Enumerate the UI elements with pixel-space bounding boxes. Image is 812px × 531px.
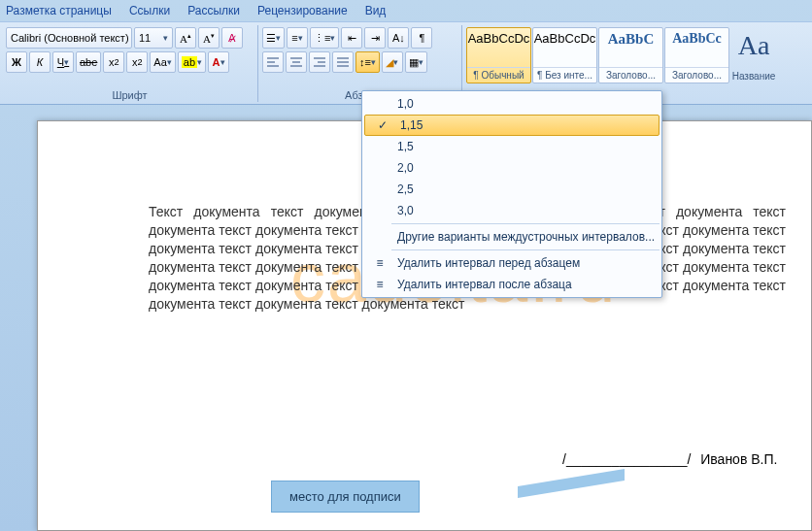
style-heading1[interactable]: AaBbC Заголово...	[598, 27, 663, 83]
subscript-button[interactable]: x2	[103, 51, 124, 73]
align-right-icon	[313, 55, 326, 69]
spacing-remove-before[interactable]: ≡Удалить интервал перед абзацем	[362, 252, 661, 274]
spacing-option-1-5[interactable]: 1,5	[362, 136, 661, 157]
remove-space-after-icon: ≡	[368, 278, 391, 291]
spacing-option-3-0[interactable]: 3,0	[362, 200, 661, 221]
justify-icon	[336, 55, 350, 69]
chevron-down-icon: ▾	[163, 33, 168, 43]
decrease-indent-button[interactable]: ⇤	[341, 27, 362, 49]
paint-bucket-icon: ◢	[386, 56, 393, 69]
signature-callout: место для подписи	[271, 481, 420, 513]
group-label-font: Шрифт	[6, 88, 254, 102]
change-case-button[interactable]: Aa▾	[150, 51, 175, 73]
shading-button[interactable]: ◢▾	[382, 51, 403, 73]
checkmark-icon: ✓	[371, 118, 394, 132]
align-right-button[interactable]	[309, 51, 330, 73]
tab-review[interactable]: Рецензирование	[257, 4, 348, 17]
align-left-icon	[266, 55, 280, 69]
spacing-more-options[interactable]: Другие варианты междустрочных интервалов…	[362, 226, 661, 248]
tab-mailings[interactable]: Рассылки	[187, 4, 240, 17]
style-heading2[interactable]: AaBbCc Заголово...	[664, 27, 729, 83]
shrink-font-button[interactable]: A▾	[198, 27, 220, 49]
align-left-button[interactable]	[262, 51, 284, 73]
show-paragraph-marks-button[interactable]: ¶	[411, 27, 432, 49]
line-spacing-button[interactable]: ↕≡▾	[355, 51, 380, 73]
bold-button[interactable]: Ж	[6, 51, 27, 73]
borders-icon: ▦	[409, 56, 419, 69]
align-center-icon	[289, 55, 303, 69]
font-name-select[interactable]: Calibri (Основной текст)▾	[6, 27, 132, 49]
clear-formatting-button[interactable]: A̷	[221, 27, 243, 49]
font-color-button[interactable]: A▾	[208, 51, 229, 73]
style-title[interactable]: Aa Название	[730, 27, 777, 83]
tab-view[interactable]: Вид	[365, 4, 387, 17]
spacing-option-2-5[interactable]: 2,5	[362, 179, 661, 200]
style-no-spacing[interactable]: AaBbCcDc ¶ Без инте...	[532, 27, 597, 83]
bullets-button[interactable]: ☰▾	[262, 27, 285, 49]
spacing-remove-after[interactable]: ≡Удалить интервал после абзаца	[362, 274, 661, 295]
line-spacing-menu: 1,0 ✓1,15 1,5 2,0 2,5 3,0 Другие вариант…	[361, 90, 662, 298]
spacing-option-2-0[interactable]: 2,0	[362, 157, 661, 179]
underline-button[interactable]: Ч ▾	[52, 51, 74, 73]
justify-button[interactable]	[332, 51, 354, 73]
align-center-button[interactable]	[286, 51, 307, 73]
spacing-option-1-0[interactable]: 1,0	[362, 93, 661, 115]
borders-button[interactable]: ▦▾	[405, 51, 427, 73]
multilevel-list-button[interactable]: ⋮≡▾	[310, 27, 339, 49]
tab-page-layout[interactable]: Разметка страницы	[6, 4, 112, 17]
spacing-option-1-15[interactable]: ✓1,15	[364, 115, 660, 136]
callout-connector	[518, 469, 625, 498]
superscript-button[interactable]: x2	[126, 51, 148, 73]
highlight-button[interactable]: ab▾	[178, 51, 206, 73]
strikethrough-button[interactable]: abe	[76, 51, 101, 73]
line-spacing-icon: ↕≡	[359, 56, 371, 68]
signature-line: /________________/ Иванов В.П.	[562, 451, 777, 467]
font-size-select[interactable]: 11▾	[134, 27, 173, 49]
tab-links[interactable]: Ссылки	[129, 4, 170, 17]
style-normal[interactable]: AaBbCcDc ¶ Обычный	[466, 27, 531, 83]
sort-button[interactable]: A↓	[388, 27, 409, 49]
increase-indent-button[interactable]: ⇥	[364, 27, 386, 49]
italic-button[interactable]: К	[29, 51, 51, 73]
remove-space-before-icon: ≡	[368, 256, 391, 270]
grow-font-button[interactable]: A▴	[175, 27, 196, 49]
numbering-button[interactable]: ≡▾	[287, 27, 308, 49]
